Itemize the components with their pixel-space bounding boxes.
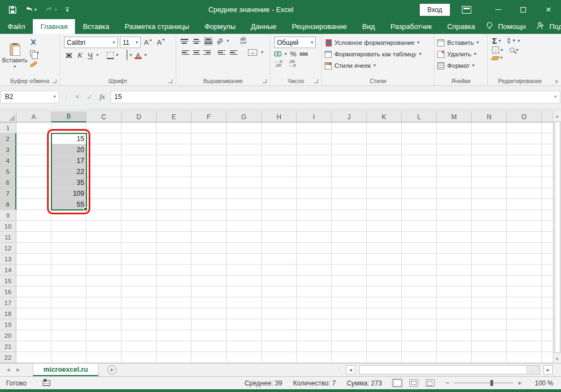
cell-D9[interactable] [122, 210, 157, 221]
cell-K2[interactable] [367, 133, 402, 144]
minimize-button[interactable] [485, 0, 511, 19]
cell-F10[interactable] [192, 221, 227, 232]
cell-C17[interactable] [86, 297, 122, 308]
cell-J2[interactable] [332, 133, 367, 144]
cell-O6[interactable] [507, 177, 542, 188]
cell-G7[interactable] [227, 188, 262, 199]
cell-M3[interactable] [437, 144, 472, 155]
cell-N14[interactable] [472, 265, 507, 276]
cell-G10[interactable] [227, 221, 262, 232]
cell-H9[interactable] [262, 210, 297, 221]
cell-E2[interactable] [157, 133, 192, 144]
cell-M8[interactable] [437, 199, 472, 210]
cell-D13[interactable] [122, 254, 157, 265]
cell-N21[interactable] [472, 341, 507, 352]
cell-I9[interactable] [297, 210, 332, 221]
find-select-button[interactable]: ▾ [510, 48, 518, 52]
cell-H4[interactable] [262, 155, 297, 166]
cell-K20[interactable] [367, 330, 402, 341]
cell-I13[interactable] [297, 254, 332, 265]
cell-D14[interactable] [122, 265, 157, 276]
cell-H18[interactable] [262, 308, 297, 319]
cell-N22[interactable] [472, 352, 507, 363]
row-header-1[interactable]: 1 [0, 122, 16, 133]
cell-B20[interactable] [51, 330, 86, 341]
cell-O20[interactable] [507, 330, 542, 341]
cell-L13[interactable] [402, 254, 437, 265]
cell-F17[interactable] [192, 297, 227, 308]
cell-N13[interactable] [472, 254, 507, 265]
cell-G8[interactable] [227, 199, 262, 210]
cell-A22[interactable] [16, 352, 51, 363]
cell-N18[interactable] [472, 308, 507, 319]
cell-M9[interactable] [437, 210, 472, 221]
accounting-dropdown-icon[interactable]: ▾ [285, 52, 287, 56]
scrollbar-grip[interactable] [527, 366, 539, 374]
cell-G21[interactable] [227, 341, 262, 352]
cell-H2[interactable] [262, 133, 297, 144]
cell-O17[interactable] [507, 297, 542, 308]
cell-F14[interactable] [192, 265, 227, 276]
cell-I14[interactable] [297, 265, 332, 276]
fill-button[interactable]: ↓▾ [492, 46, 503, 54]
cell-E3[interactable] [157, 144, 192, 155]
cell-A10[interactable] [16, 221, 51, 232]
cell-O2[interactable] [507, 133, 542, 144]
cell-J12[interactable] [332, 243, 367, 254]
decrease-indent-button[interactable] [216, 49, 224, 57]
cell-L12[interactable] [402, 243, 437, 254]
decrease-font-size-button[interactable]: А▼ [156, 38, 167, 46]
cell-N8[interactable] [472, 199, 507, 210]
cell-C16[interactable] [86, 286, 122, 297]
cell-B22[interactable] [51, 352, 86, 363]
cell-F18[interactable] [192, 308, 227, 319]
cell-J19[interactable] [332, 319, 367, 330]
cell-K12[interactable] [367, 243, 402, 254]
cell-H6[interactable] [262, 177, 297, 188]
cell-A13[interactable] [16, 254, 51, 265]
cell-C3[interactable] [86, 144, 122, 155]
cell-G15[interactable] [227, 276, 262, 286]
cell-I10[interactable] [297, 221, 332, 232]
customize-quick-access-icon[interactable]: ▾ [65, 8, 70, 12]
cell-O10[interactable] [507, 221, 542, 232]
tab-Рецензирование[interactable]: Рецензирование [284, 19, 354, 34]
cell-C7[interactable] [86, 188, 122, 199]
cell-K6[interactable] [367, 177, 402, 188]
cell-N12[interactable] [472, 243, 507, 254]
cell-I7[interactable] [297, 188, 332, 199]
scroll-up-icon[interactable]: ▲ [553, 112, 561, 120]
cell-B21[interactable] [51, 341, 86, 352]
cell-I19[interactable] [297, 319, 332, 330]
cell-O4[interactable] [507, 155, 542, 166]
cell-E10[interactable] [157, 221, 192, 232]
cell-E1[interactable] [157, 122, 192, 133]
cell-M6[interactable] [437, 177, 472, 188]
row-header-20[interactable]: 20 [0, 330, 16, 341]
column-header-N[interactable]: N [472, 112, 507, 122]
cell-G19[interactable] [227, 319, 262, 330]
cell-D5[interactable] [122, 166, 157, 177]
undo-dropdown-icon[interactable]: ▾ [34, 8, 37, 12]
cell-J4[interactable] [332, 155, 367, 166]
cell-D20[interactable] [122, 330, 157, 341]
cell-C4[interactable] [86, 155, 122, 166]
cell-F16[interactable] [192, 286, 227, 297]
accounting-format-icon[interactable]: $ [274, 51, 281, 56]
cell-D3[interactable] [122, 144, 157, 155]
cell-K17[interactable] [367, 297, 402, 308]
cell-K11[interactable] [367, 232, 402, 243]
normal-view-button[interactable] [393, 379, 402, 387]
cell-J10[interactable] [332, 221, 367, 232]
insert-cells-button[interactable]: Вставить▾ [437, 38, 484, 48]
cell-I5[interactable] [297, 166, 332, 177]
row-header-19[interactable]: 19 [0, 319, 16, 330]
cell-F21[interactable] [192, 341, 227, 352]
cell-D17[interactable] [122, 297, 157, 308]
borders-icon[interactable] [107, 52, 114, 59]
cell-I18[interactable] [297, 308, 332, 319]
cell-O18[interactable] [507, 308, 542, 319]
cell-J16[interactable] [332, 286, 367, 297]
stat-количество[interactable]: Количество: 7 [293, 379, 336, 387]
cell-A21[interactable] [16, 341, 51, 352]
